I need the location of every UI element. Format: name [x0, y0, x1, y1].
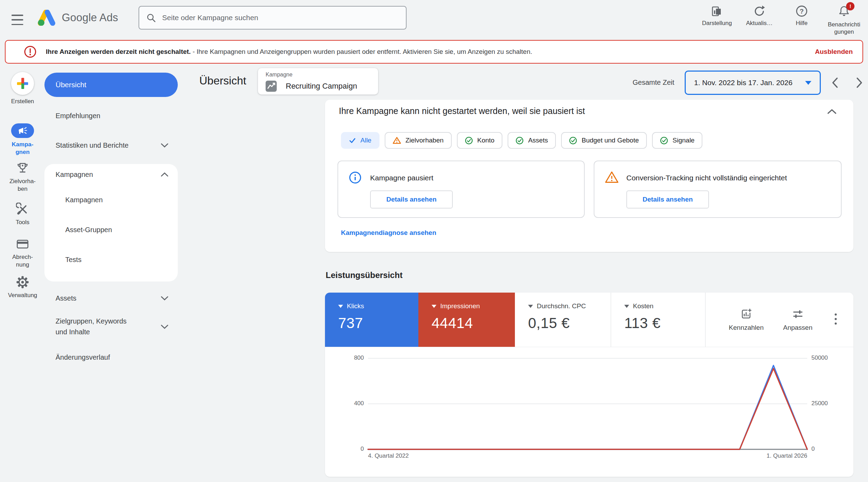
adjust-button[interactable]: Anpassen — [783, 308, 812, 332]
campaign-diagnostics-link[interactable]: Kampagnendiagnose ansehen — [341, 229, 436, 237]
credit-card-icon — [16, 237, 29, 251]
metrics-button[interactable]: Kennzahlen — [729, 308, 763, 332]
check-circle-icon — [660, 137, 668, 145]
check-circle-icon — [516, 137, 524, 145]
right-axis-tick: 0 — [811, 446, 843, 452]
metric-value-clicks: 737 — [338, 315, 418, 332]
google-ads-overview-page: Google Ads Darstellung — [0, 0, 868, 482]
nav-item-campaigns-group[interactable]: Kampagnen — [44, 168, 178, 181]
rail-item-goals[interactable]: Zielvorha- ben — [0, 162, 45, 193]
appearance-button[interactable]: Darstellung — [696, 5, 738, 27]
alert-text: Ihre Anzeigen werden derzeit nicht gesch… — [46, 48, 532, 56]
refresh-button[interactable]: Aktualis… — [738, 5, 781, 27]
left-axis-tick: 0 — [335, 446, 364, 452]
status-filter-chips: Alle Zielvorhaben Konto — [341, 132, 702, 149]
date-range-selector[interactable]: 1. Nov. 2022 bis 17. Jan. 2026 — [685, 71, 821, 95]
more-options-button[interactable] — [832, 310, 840, 329]
notifications-button[interactable]: ! Benachrichti gungen — [823, 5, 865, 35]
chevron-down-icon — [160, 143, 169, 148]
svg-text:?: ? — [800, 8, 804, 15]
rail-item-create[interactable]: Erstellen — [0, 72, 45, 105]
metric-value-impressions: 44414 — [432, 315, 515, 332]
left-axis-tick: 800 — [335, 354, 364, 361]
collapse-section-button[interactable] — [825, 106, 839, 117]
chevron-up-icon — [160, 172, 169, 177]
info-icon — [349, 171, 362, 184]
tune-sliders-icon — [792, 308, 804, 320]
date-range-value: 1. Nov. 2022 bis 17. Jan. 2026 — [694, 79, 792, 87]
campaign-selector[interactable]: Kampagne Recruiting Campaign — [258, 68, 378, 95]
dropdown-arrow-icon — [805, 81, 811, 85]
metric-tab-clicks[interactable]: Klicks 737 — [325, 293, 418, 347]
help-icon: ? — [795, 5, 808, 17]
rail-item-tools[interactable]: Tools — [0, 203, 45, 226]
rail-item-campaigns[interactable]: Kampa- gnen — [0, 123, 45, 156]
issue-card-conversion-tracking: Conversion-Tracking nicht vollständig ei… — [594, 161, 842, 218]
logo-text: Google Ads — [62, 11, 118, 24]
nav-item-overview[interactable]: Übersicht — [44, 73, 178, 97]
menu-icon[interactable] — [11, 15, 23, 25]
help-button[interactable]: ? Hilfe — [781, 5, 823, 27]
metric-tab-avg-cpc[interactable]: Durchschn. CPC 0,15 € — [515, 293, 611, 347]
metric-tab-cost[interactable]: Kosten 113 € — [611, 293, 706, 347]
left-axis-tick: 400 — [335, 400, 364, 407]
trophy-icon — [16, 162, 29, 175]
chip-signals[interactable]: Signale — [652, 132, 702, 149]
next-period-button[interactable] — [855, 76, 864, 90]
check-circle-icon — [465, 137, 473, 145]
metric-dropdown-icon — [338, 305, 343, 308]
chip-all[interactable]: Alle — [341, 132, 379, 149]
chip-account[interactable]: Konto — [457, 132, 503, 149]
nav-item-asset-groups[interactable]: Asset-Gruppen — [65, 226, 112, 234]
campaign-status-card: Ihre Kampagne kann nicht gestartet werde… — [325, 100, 853, 252]
refresh-icon — [753, 5, 766, 17]
nav-item-assets[interactable]: Assets — [44, 291, 178, 305]
chip-budget-bids[interactable]: Budget und Gebote — [561, 132, 647, 149]
previous-period-button[interactable] — [831, 76, 840, 90]
search-input[interactable] — [162, 14, 399, 22]
chevron-down-icon — [160, 324, 169, 329]
google-ads-logo-icon — [37, 10, 56, 26]
rail-item-admin[interactable]: Verwaltung — [0, 276, 45, 299]
right-axis-tick: 50000 — [811, 354, 843, 361]
metric-value-cost: 113 € — [624, 315, 705, 332]
metric-dropdown-icon — [528, 305, 533, 308]
page-title: Übersicht — [199, 74, 246, 87]
view-details-button[interactable]: Details ansehen — [370, 190, 453, 209]
date-range-label: Gesamte Zeit — [633, 79, 674, 87]
performance-heading: Leistungsübersicht — [326, 270, 402, 280]
dismiss-alert-button[interactable]: Ausblenden — [815, 48, 853, 56]
warning-icon — [605, 171, 619, 183]
chart-tools: Kennzahlen Anpassen — [706, 293, 853, 347]
x-axis-label-end: 1. Quartal 2026 — [738, 452, 807, 459]
view-details-button[interactable]: Details ansehen — [626, 190, 709, 209]
metric-value-avg-cpc: 0,15 € — [528, 315, 611, 332]
chip-goals[interactable]: Zielvorhaben — [385, 132, 452, 149]
search-icon — [146, 13, 156, 23]
alert-icon — [24, 45, 37, 58]
chip-assets[interactable]: Assets — [508, 132, 556, 149]
warning-icon — [393, 137, 401, 144]
campaign-chart-icon — [266, 81, 277, 92]
nav-item-tests[interactable]: Tests — [65, 256, 82, 264]
nav-item-audiences-keywords[interactable]: Zielgruppen, Keywords und Inhalte — [44, 313, 178, 340]
nav-item-change-history[interactable]: Änderungsverlauf — [44, 350, 178, 364]
campaign-name: Recruiting Campaign — [286, 82, 357, 91]
nav-group-campaigns: Kampagnen Kampagnen Asset-Gruppen Tests — [44, 164, 178, 281]
topbar: Google Ads Darstellung — [0, 0, 868, 40]
metric-dropdown-icon — [624, 305, 629, 308]
vertical-dots-icon — [834, 312, 837, 326]
status-heading: Ihre Kampagne kann nicht gestartet werde… — [339, 106, 585, 116]
nav-item-recommendations[interactable]: Empfehlungen — [44, 109, 178, 123]
check-circle-icon — [569, 137, 577, 145]
rail-item-billing[interactable]: Abrech- nung — [0, 237, 45, 269]
nav-item-insights[interactable]: Statistiken und Berichte — [44, 138, 178, 152]
nav-item-campaigns[interactable]: Kampagnen — [65, 196, 103, 204]
performance-chart-plot — [368, 358, 807, 449]
metric-tab-impressions[interactable]: Impressionen 44414 — [418, 293, 515, 347]
metric-dropdown-icon — [432, 305, 436, 308]
chevron-up-icon — [827, 108, 837, 115]
issue-title: Kampagne pausiert — [370, 174, 433, 182]
check-icon — [349, 137, 356, 144]
create-plus-icon — [11, 72, 34, 95]
